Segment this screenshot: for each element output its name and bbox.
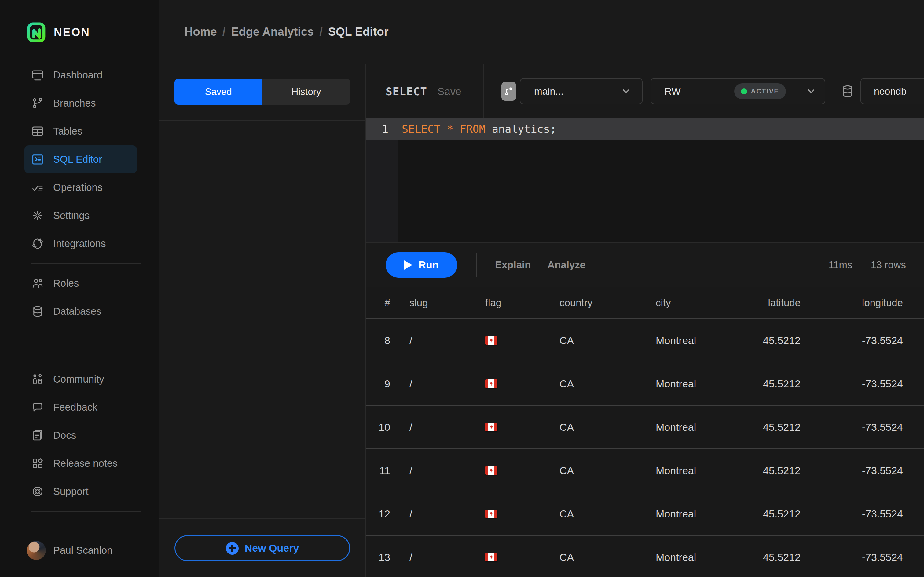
- breadcrumb: Home / Edge Analytics / SQL Editor: [184, 25, 388, 39]
- docs-icon: [31, 429, 44, 442]
- divider: [31, 511, 141, 512]
- chevron-down-icon: [806, 86, 816, 97]
- sidebar-item-settings[interactable]: Settings: [24, 201, 137, 230]
- cell-flag: [478, 336, 552, 345]
- editor-header: SELECT Save main...: [366, 64, 924, 118]
- database-select[interactable]: neondb: [861, 78, 924, 105]
- sidebar-item-label: Integrations: [53, 238, 106, 250]
- sidebar-item-community[interactable]: Community: [24, 365, 137, 393]
- canada-flag-icon: [485, 336, 498, 345]
- user-menu[interactable]: Paul Scanlon: [27, 541, 159, 560]
- sidebar-nav: DashboardBranchesTablesSQL EditorOperati…: [0, 44, 159, 541]
- code-text: SELECT * FROM analytics;: [398, 123, 556, 135]
- sidebar-item-sql-editor[interactable]: SQL Editor: [24, 145, 137, 173]
- queries-panel: Saved History New Query: [159, 64, 366, 577]
- cell-flag: [478, 379, 552, 388]
- tables-icon: [31, 125, 44, 138]
- cell-num: 8: [366, 319, 402, 362]
- analyze-button[interactable]: Analyze: [547, 259, 585, 271]
- sidebar-item-label: Branches: [53, 97, 95, 109]
- save-button[interactable]: Save: [438, 85, 461, 97]
- cell-slug: /: [402, 421, 478, 433]
- canada-flag-icon: [485, 509, 498, 518]
- run-toolbar: Run Explain Analyze 11ms 13 rows: [366, 242, 924, 287]
- col-header-flag: flag: [478, 297, 552, 309]
- compute-select[interactable]: RW ACTIVE: [651, 78, 825, 105]
- cell-latitude: 45.5212: [743, 335, 801, 347]
- breadcrumb-home[interactable]: Home: [184, 25, 217, 39]
- branch-select[interactable]: main...: [520, 78, 643, 105]
- cell-latitude: 45.5212: [743, 378, 801, 390]
- cell-slug: /: [402, 335, 478, 347]
- sidebar-item-label: Settings: [53, 210, 89, 221]
- breadcrumb-current: SQL Editor: [328, 25, 389, 39]
- cell-flag: [478, 509, 552, 518]
- cell-country: CA: [552, 551, 649, 563]
- line-number: 1: [366, 123, 398, 135]
- code-line-1: 1 SELECT * FROM analytics;: [366, 118, 924, 140]
- query-name: SELECT: [386, 85, 427, 98]
- cell-latitude: 45.5212: [743, 465, 801, 477]
- cell-longitude: -73.5524: [801, 508, 924, 520]
- breadcrumb-project[interactable]: Edge Analytics: [231, 25, 314, 39]
- user-name: Paul Scanlon: [53, 545, 112, 556]
- cell-latitude: 45.5212: [743, 508, 801, 520]
- table-row[interactable]: 11 / CA Montreal 45.5212 -73.5524: [366, 448, 924, 492]
- cell-longitude: -73.5524: [801, 378, 924, 390]
- new-query-button[interactable]: New Query: [174, 535, 350, 561]
- cell-latitude: 45.5212: [743, 421, 801, 433]
- sidebar-item-feedback[interactable]: Feedback: [24, 393, 137, 421]
- tab-history[interactable]: History: [262, 79, 351, 105]
- new-query-label: New Query: [245, 542, 299, 554]
- cell-longitude: -73.5524: [801, 335, 924, 347]
- sql-code-editor[interactable]: 1 SELECT * FROM analytics;: [366, 118, 924, 242]
- table-row[interactable]: 12 / CA Montreal 45.5212 -73.5524: [366, 492, 924, 535]
- sidebar-item-operations[interactable]: Operations: [24, 173, 137, 201]
- table-row[interactable]: 8 / CA Montreal 45.5212 -73.5524: [366, 318, 924, 362]
- compute-status-badge: ACTIVE: [734, 83, 786, 99]
- cell-country: CA: [552, 335, 649, 347]
- table-row[interactable]: 13 / CA Montreal 45.5212 -73.5524: [366, 535, 924, 577]
- operations-icon: [31, 181, 44, 194]
- explain-button[interactable]: Explain: [495, 259, 531, 271]
- sidebar-item-release-notes[interactable]: Release notes: [24, 450, 137, 477]
- col-header-slug: slug: [402, 297, 478, 309]
- cell-slug: /: [402, 465, 478, 477]
- sidebar-item-support[interactable]: Support: [24, 477, 137, 506]
- sidebar-item-roles[interactable]: Roles: [24, 269, 137, 297]
- play-icon: [404, 260, 412, 269]
- query-title-group: SELECT Save: [366, 64, 484, 118]
- dashboard-icon: [31, 69, 44, 82]
- cell-slug: /: [402, 508, 478, 520]
- brand-logo[interactable]: NEON: [27, 21, 159, 44]
- query-duration: 11ms: [829, 259, 852, 271]
- divider: [159, 518, 365, 519]
- branch-button[interactable]: [501, 82, 516, 101]
- support-icon: [31, 485, 44, 498]
- sidebar-item-dashboard[interactable]: Dashboard: [24, 61, 137, 89]
- sidebar-item-branches[interactable]: Branches: [24, 89, 137, 117]
- run-button[interactable]: Run: [386, 253, 457, 277]
- cell-num: 12: [366, 492, 402, 535]
- tab-saved[interactable]: Saved: [174, 79, 262, 105]
- sidebar-item-docs[interactable]: Docs: [24, 421, 137, 450]
- breadcrumb-separator: /: [223, 25, 226, 39]
- sidebar-item-tables[interactable]: Tables: [24, 117, 137, 145]
- cell-city: Montreal: [649, 335, 743, 347]
- sidebar-item-databases[interactable]: Databases: [24, 297, 137, 326]
- cell-country: CA: [552, 421, 649, 433]
- sidebar-item-integrations[interactable]: Integrations: [24, 230, 137, 258]
- database-icon: [841, 84, 855, 98]
- col-header-city: city: [649, 297, 743, 309]
- compute-select-value: RW: [665, 86, 681, 97]
- sql-keyword: SELECT * FROM: [402, 123, 486, 135]
- content: Home / Edge Analytics / SQL Editor Saved…: [159, 0, 924, 577]
- neon-console-app: NEON DashboardBranchesTablesSQL EditorOp…: [0, 0, 924, 577]
- table-row[interactable]: 9 / CA Montreal 45.5212 -73.5524: [366, 362, 924, 405]
- sql-identifier: analytics;: [486, 123, 556, 135]
- table-row[interactable]: 10 / CA Montreal 45.5212 -73.5524: [366, 405, 924, 448]
- divider: [477, 253, 477, 277]
- avatar: [27, 541, 46, 560]
- queries-toggle: Saved History: [174, 79, 350, 105]
- integrations-icon: [31, 237, 44, 250]
